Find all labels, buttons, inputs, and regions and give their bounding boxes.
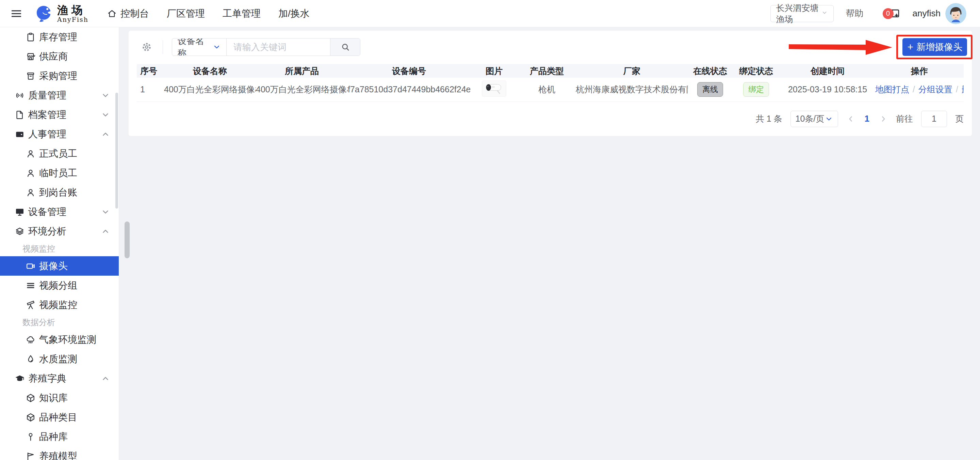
menu-icon [25,280,36,291]
nav-item-label: 工单管理 [223,7,261,20]
cloud-rain-icon [25,335,36,345]
sidebar-item-video-grouping[interactable]: 视频分组 [0,276,119,295]
logo-text: 渔场 AnyFish [57,5,89,23]
cell-created_at: 2025-03-19 10:58:15 [780,78,875,102]
nav-item-work-order-management[interactable]: 工单管理 [223,7,261,20]
sidebar-group-label-data-analysis-group: 数据分析 [0,315,119,330]
cell-device_name: 400万白光全彩网络摄像机 [164,78,256,102]
page-size-select[interactable]: 10条/页 [791,111,838,127]
sidebar-scrollbar[interactable] [115,93,118,209]
hamburger-menu-icon[interactable] [10,8,22,20]
sidebar-item-breeding-dictionary[interactable]: 养殖字典 [0,369,119,388]
sidebar-item-variety-library[interactable]: 品种库 [0,427,119,446]
chevron-up-icon [101,130,110,139]
search-input[interactable] [227,38,330,56]
column-header-online_status: 在线状态 [688,64,732,78]
water-drop-icon [25,354,36,364]
column-header-actions: 操作 [875,64,964,78]
sidebar-item-label: 摄像头 [39,260,68,273]
main-area: 设备名称 + 新增摄像头 [119,27,980,460]
search-group: 设备名称 [172,38,360,56]
column-header-bind_status: 绑定状态 [732,64,780,78]
search-field-select[interactable]: 设备名称 [172,38,227,56]
sidebar-item-label: 品种类目 [39,411,77,424]
sidebar-item-label: 水质监测 [39,353,77,366]
cell-product: 400万白光全彩网络摄像机 [256,78,348,102]
prev-page-chevron-left-icon[interactable] [846,115,855,123]
nav-item-console[interactable]: 控制台 [107,7,149,20]
device-table: 序号设备名称所属产品设备编号图片产品类型厂家在线状态绑定状态创建时间操作 140… [137,64,964,102]
sidebar-item-label: 品种库 [39,430,68,443]
plus-icon: + [907,42,913,52]
clipboard-icon [25,32,36,42]
sidebar-item-quality-management[interactable]: 质量管理 [0,86,119,105]
sidebar-item-water-quality-monitoring[interactable]: 水质监测 [0,349,119,369]
logo-subtitle: AnyFish [57,16,89,23]
app-root: 渔场 AnyFish 控制台厂区管理工单管理加/换水 长兴泗安塘渔场 帮助 0 [0,0,980,460]
action-link-delete[interactable]: 删除 [962,85,964,94]
column-header-product: 所属产品 [256,64,348,78]
sidebar-item-archive-management[interactable]: 档案管理 [0,105,119,125]
cell-index: 1 [137,78,164,102]
sidebar-item-label: 养殖模型 [39,450,77,460]
sidebar-item-label: 知识库 [39,391,68,404]
cube-icon [25,393,36,403]
sidebar-item-purchase-management[interactable]: 采购管理 [0,66,119,86]
nav-item-label: 加/换水 [278,7,310,20]
sidebar-item-camera[interactable]: 摄像头 [0,256,119,276]
sidebar-item-label: 库存管理 [39,31,77,44]
column-header-image: 图片 [470,64,518,78]
chevron-down-icon [101,208,110,216]
signal-icon [14,90,25,101]
table-row: 1400万白光全彩网络摄像机400万白光全彩网络摄像机f7a78510d37d4… [137,78,964,102]
user-avatar [945,3,966,24]
header-left: 渔场 AnyFish 控制台厂区管理工单管理加/换水 [10,5,310,23]
online-status-badge: 离线 [697,82,723,97]
telescope-icon [25,300,36,310]
nav-item-factory-management[interactable]: 厂区管理 [167,7,205,20]
sidebar-item-label: 视频分组 [39,279,77,292]
next-page-chevron-right-icon[interactable] [879,115,888,123]
sidebar-item-knowledge-base[interactable]: 知识库 [0,388,119,407]
help-link[interactable]: 帮助 [846,8,864,19]
page-unit-label: 页 [955,113,964,125]
column-header-created_at: 创建时间 [780,64,875,78]
nav-item-label: 厂区管理 [167,7,205,20]
sidebar-item-video-monitoring[interactable]: 视频监控 [0,295,119,315]
sidebar-item-environment-analysis[interactable]: 环境分析 [0,222,119,241]
device-image-thumbnail[interactable] [482,80,507,97]
sidebar-item-weather-environment-monitoring[interactable]: 气象环境监测 [0,330,119,349]
farm-select[interactable]: 长兴泗安塘渔场 [770,5,834,22]
video-camera-icon [25,261,36,271]
page-size-value: 10条/页 [795,113,824,125]
header-right: 长兴泗安塘渔场 帮助 0 anyfish [770,3,966,24]
cell-manufacturer: 杭州海康威视数字技术股份有限公司 [576,78,688,102]
user-icon [25,149,36,159]
nav-item-label: 控制台 [121,7,149,20]
goto-page-input[interactable] [921,111,947,127]
user-menu[interactable]: anyfish [913,3,966,24]
action-link-group-settings[interactable]: 分组设置 [918,85,953,94]
sidebar-item-label: 设备管理 [28,206,66,219]
camera-list-card: 设备名称 + 新增摄像头 [129,31,972,136]
sidebar-item-formal-employees[interactable]: 正式员工 [0,144,119,163]
search-button[interactable] [330,38,360,56]
chevron-down-icon [213,43,221,51]
chevron-up-icon [101,227,110,236]
sidebar-item-temporary-employees[interactable]: 临时员工 [0,163,119,183]
sidebar-item-variety-category[interactable]: 品种类目 [0,407,119,427]
sidebar-item-arrival-ledger[interactable]: 到岗台账 [0,183,119,202]
annotation-arrow [789,37,894,57]
sidebar-item-device-management[interactable]: 设备管理 [0,202,119,222]
add-camera-button[interactable]: + 新增摄像头 [902,38,967,56]
column-settings-gear-icon[interactable] [141,41,153,53]
content-scrollbar[interactable] [124,222,130,258]
action-link-map-marking[interactable]: 地图打点 [875,85,909,94]
nav-item-add-exchange-water[interactable]: 加/换水 [278,7,310,20]
sidebar-item-label: 质量管理 [28,89,66,102]
sidebar-item-inventory-management[interactable]: 库存管理 [0,27,119,47]
sidebar-item-breeding-model[interactable]: 养殖模型 [0,446,119,460]
sidebar-item-hr-management[interactable]: 人事管理 [0,125,119,144]
page-number-current[interactable]: 1 [863,113,871,124]
sidebar-item-supplier[interactable]: 供应商 [0,47,119,66]
